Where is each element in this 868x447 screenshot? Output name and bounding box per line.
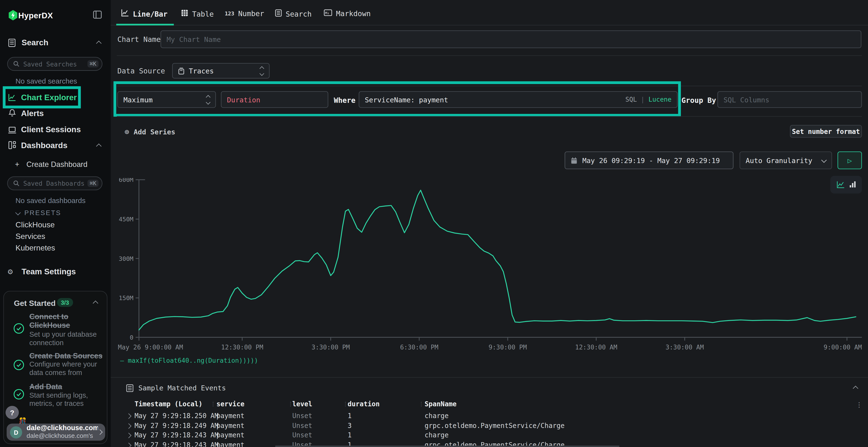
expand-row-icon[interactable] <box>126 423 131 428</box>
tab-number[interactable]: 123 Number <box>225 9 264 18</box>
svg-text:0: 0 <box>130 334 133 341</box>
column-header-spanname[interactable]: SpanName <box>425 400 457 408</box>
column-header-timestamp[interactable]: Timestamp (Local) <box>134 400 203 408</box>
group-by-input[interactable]: SQL Columns <box>717 91 862 108</box>
presets-header[interactable]: PRESETS <box>24 209 61 217</box>
sidebar-item-team-settings[interactable]: Team Settings <box>22 267 76 276</box>
tab-table[interactable]: Table <box>181 9 214 18</box>
brand-title: HyperDX <box>18 11 53 20</box>
create-dashboard-button[interactable]: + Create Dashboard <box>15 161 88 169</box>
run-query-button[interactable]: ▷ <box>838 151 862 169</box>
play-icon: ▷ <box>847 156 852 165</box>
granularity-select[interactable]: Auto Granularity <box>740 151 832 169</box>
sidebar-item-dashboards[interactable]: Dashboards <box>21 141 67 150</box>
table-menu-icon[interactable]: ⋮ <box>856 401 863 409</box>
chart-legend[interactable]: — maxIf(toFloat640..ng(Duration))))) <box>120 357 258 365</box>
field-value: Duration <box>227 95 260 104</box>
aggregation-select[interactable]: Maximum <box>117 91 216 108</box>
tab-search[interactable]: Search <box>275 9 311 18</box>
collapse-sidebar-icon[interactable] <box>93 10 102 21</box>
document-icon <box>275 9 282 18</box>
client-sessions-icon <box>8 126 17 136</box>
sidebar-item-client-sessions[interactable]: Client Sessions <box>21 125 81 134</box>
data-source-select[interactable]: Traces <box>172 63 270 78</box>
sql-mode-toggle[interactable]: SQL <box>625 96 637 103</box>
saved-searches-placeholder: Saved Searches <box>23 60 87 68</box>
svg-text:12:30:00 PM: 12:30:00 PM <box>221 343 263 351</box>
saved-searches-input[interactable]: Saved Searches ⌘K <box>7 57 102 71</box>
where-label: Where <box>334 96 355 104</box>
chevron-down-icon <box>821 157 827 163</box>
saved-dashboards-shortcut: ⌘K <box>88 180 99 187</box>
sidebar-item-alerts[interactable]: Alerts <box>21 109 44 118</box>
tab-markdown[interactable]: M↓ Markdown <box>324 9 371 18</box>
column-header-service[interactable]: service <box>217 400 245 408</box>
dashboards-icon <box>8 141 16 151</box>
table-icon <box>181 9 188 18</box>
search-section-collapse-icon[interactable] <box>96 41 101 46</box>
search-icon <box>13 61 19 67</box>
divider <box>117 116 862 116</box>
column-header-level[interactable]: level <box>292 400 312 408</box>
preset-item-clickhouse[interactable]: ClickHouse <box>16 220 55 229</box>
user-menu[interactable]: D dale@clickhouse.com dale@clickhouse.co… <box>7 424 105 441</box>
column-header-duration[interactable]: duration <box>348 400 380 408</box>
timeseries-chart[interactable]: 600M450M300M150M0May 26 9:00:00 AM12:30:… <box>118 178 862 354</box>
set-number-format-button[interactable]: Set number format <box>790 125 862 138</box>
circle-plus-icon: ⊕ <box>125 127 129 136</box>
search-section-icon <box>8 39 16 49</box>
sidebar-item-chart-explorer[interactable]: Chart Explorer <box>21 93 77 102</box>
date-range-picker[interactable]: May 26 09:29:19 - May 27 09:29:19 <box>565 151 734 169</box>
get-started-item-title[interactable]: Connect to ClickHouse <box>29 312 96 331</box>
bar-chart-toggle-icon[interactable] <box>849 179 856 190</box>
horizontal-scrollbar[interactable] <box>275 445 619 447</box>
column-resize-handle[interactable]: ⋮ <box>210 401 216 407</box>
column-resize-handle[interactable]: ⋮ <box>343 401 348 407</box>
no-saved-dashboards-label: No saved dashboards <box>16 196 85 204</box>
expand-row-icon[interactable] <box>126 442 131 447</box>
chart-type-toggle <box>830 176 862 194</box>
lucene-mode-toggle[interactable]: Lucene <box>649 96 672 103</box>
check-circle-icon <box>13 359 24 373</box>
add-series-button[interactable]: ⊕ Add Series <box>125 127 176 136</box>
avatar: D <box>10 426 22 438</box>
events-panel-icon <box>126 384 133 394</box>
events-panel-collapse-icon[interactable] <box>853 386 858 391</box>
svg-text:3:30:00 AM: 3:30:00 AM <box>665 343 704 351</box>
tab-line-bar[interactable]: Line/Bar <box>121 9 167 18</box>
database-icon <box>178 67 184 74</box>
no-saved-searches-label: No saved searches <box>16 77 77 85</box>
column-resize-handle[interactable]: ⋮ <box>288 401 293 407</box>
user-email: dale@clickhouse.com <box>27 425 98 433</box>
dashboards-collapse-icon[interactable] <box>96 143 101 149</box>
sidebar-section-search[interactable]: Search <box>22 38 49 47</box>
svg-text:M↓: M↓ <box>325 11 329 15</box>
get-started-collapse-icon[interactable] <box>93 301 98 306</box>
get-started-item-title[interactable]: Create Data Sources <box>29 352 104 361</box>
field-input[interactable]: Duration <box>221 91 328 108</box>
divider <box>111 377 868 378</box>
where-value: ServiceName: payment <box>365 95 448 104</box>
expand-row-icon[interactable] <box>126 413 131 419</box>
123-icon: 123 <box>225 10 234 16</box>
mode-divider: | <box>641 96 645 103</box>
expand-row-icon[interactable] <box>126 433 131 438</box>
svg-text:450M: 450M <box>119 216 133 223</box>
where-search-input[interactable]: ServiceName: payment SQL | Lucene <box>359 91 678 108</box>
data-source-label: Data Source <box>117 67 165 75</box>
svg-text:6:30:00 PM: 6:30:00 PM <box>400 343 438 351</box>
get-started-item-title[interactable]: Add Data <box>29 383 104 392</box>
divider <box>117 56 862 56</box>
column-resize-handle[interactable]: ⋮ <box>418 401 424 407</box>
preset-item-kubernetes[interactable]: Kubernetes <box>16 243 55 252</box>
help-button[interactable]: ? <box>5 406 19 419</box>
line-chart-toggle-icon[interactable] <box>836 181 844 188</box>
get-started-item-subtitle: Start sending logs, metrics, or traces <box>29 391 101 408</box>
presets-collapse-icon[interactable] <box>15 210 21 215</box>
legend-line-swatch: — <box>120 357 128 365</box>
active-tab-underline <box>116 24 174 26</box>
preset-item-services[interactable]: Services <box>16 232 45 241</box>
saved-dashboards-input[interactable]: Saved Dashboards ⌘K <box>7 176 102 190</box>
check-circle-icon <box>13 389 24 402</box>
chart-name-input[interactable]: My Chart Name <box>161 30 862 48</box>
